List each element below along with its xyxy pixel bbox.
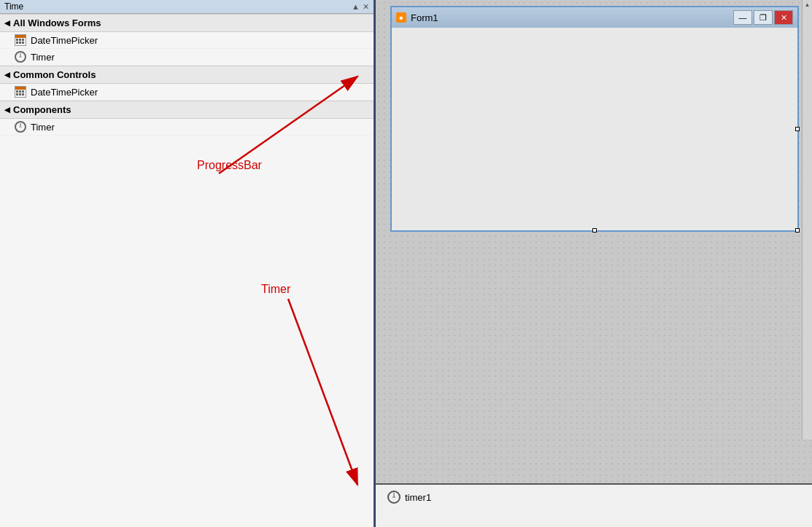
- toolbox-title: Time: [4, 1, 23, 12]
- tray-timer-item[interactable]: timer1: [376, 485, 812, 510]
- section-header-components[interactable]: ◀ Components: [0, 101, 374, 119]
- calendar-icon-1: [15, 34, 26, 46]
- toolbox-header-icons: ▲ ✕: [352, 2, 369, 12]
- tool-label-timer-1: Timer: [31, 52, 55, 63]
- tool-item-timer-2[interactable]: Timer: [0, 119, 374, 136]
- tool-item-timer-1[interactable]: Timer: [0, 49, 374, 66]
- pin-icon[interactable]: ▲: [352, 2, 360, 12]
- tool-item-datetimepicker-1[interactable]: DateTimePicker: [0, 32, 374, 49]
- selection-handle-bottom-right[interactable]: [795, 228, 800, 233]
- progressbar-annotation: ProgressBar: [197, 159, 262, 172]
- designer-canvas[interactable]: Form1 — ❐ ✕: [376, 0, 812, 483]
- timer-icon-1: [15, 51, 26, 63]
- timer-annotation: Timer: [261, 283, 290, 296]
- designer-panel: Form1 — ❐ ✕: [376, 0, 812, 527]
- form-minimize-button[interactable]: —: [733, 10, 752, 25]
- section-triangle-icon: ◀: [4, 19, 10, 27]
- timer-icon-2: [15, 121, 26, 133]
- section-label-all-windows-forms: All Windows Forms: [13, 17, 101, 28]
- toolbox-panel: Time ▲ ✕ ◀ All Windows Forms DateTimePic…: [0, 0, 376, 527]
- section-header-all-windows-forms[interactable]: ◀ All Windows Forms: [0, 14, 374, 32]
- vertical-scrollbar[interactable]: ▲: [802, 0, 812, 440]
- form-window: Form1 — ❐ ✕: [390, 6, 799, 232]
- tray-timer-icon: [387, 491, 401, 504]
- scrollbar-up-arrow[interactable]: ▲: [803, 0, 812, 9]
- form-restore-button[interactable]: ❐: [754, 10, 773, 25]
- svg-line-3: [288, 299, 357, 485]
- tool-item-datetimepicker-2[interactable]: DateTimePicker: [0, 84, 374, 101]
- section-triangle-icon-3: ◀: [4, 106, 10, 114]
- section-label-common-controls: Common Controls: [13, 69, 96, 80]
- section-triangle-icon-2: ◀: [4, 71, 10, 79]
- section-label-components: Components: [13, 104, 71, 115]
- tray-timer-label: timer1: [405, 492, 431, 503]
- tool-label-datetimepicker-1: DateTimePicker: [31, 35, 98, 46]
- component-tray: timer1: [376, 483, 812, 527]
- form-close-button[interactable]: ✕: [774, 10, 793, 25]
- close-icon[interactable]: ✕: [363, 2, 369, 12]
- form-title-icon: [396, 12, 406, 23]
- form-titlebar: Form1 — ❐ ✕: [392, 7, 797, 28]
- form-body[interactable]: [392, 28, 797, 230]
- form-title-buttons: — ❐ ✕: [733, 10, 793, 25]
- toolbox-header: Time ▲ ✕: [0, 0, 374, 14]
- tool-label-datetimepicker-2: DateTimePicker: [31, 87, 98, 98]
- form-title-text: Form1: [411, 12, 729, 23]
- selection-handle-right[interactable]: [795, 127, 800, 131]
- selection-handle-bottom-left[interactable]: [592, 228, 597, 233]
- section-header-common-controls[interactable]: ◀ Common Controls: [0, 66, 374, 84]
- tool-label-timer-2: Timer: [31, 122, 55, 133]
- calendar-icon-2: [15, 86, 26, 98]
